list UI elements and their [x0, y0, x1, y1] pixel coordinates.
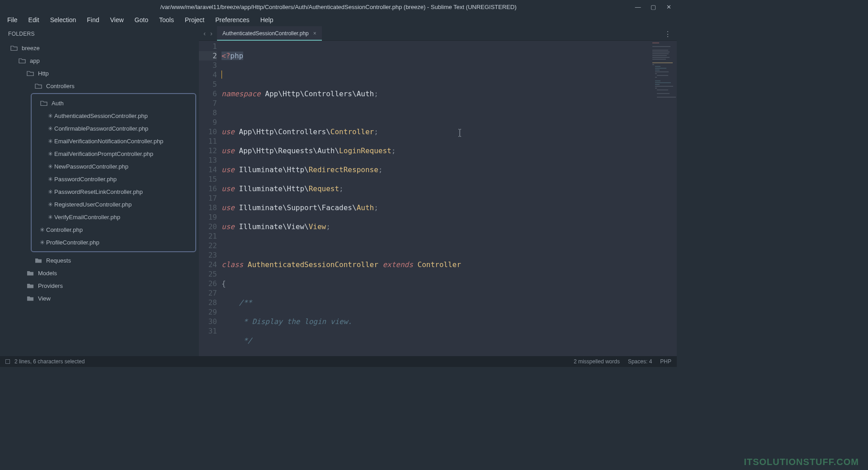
gutter: 1 2 3 4 5 6 7 8 9 10 11 12 13 14 15 16 1…	[199, 41, 222, 356]
tab-row: ‹ › AuthenticatedSessionController.php ×…	[199, 26, 677, 41]
tree-file[interactable]: ✳Controller.php	[32, 223, 195, 236]
sidebar-header: FOLDERS	[0, 26, 199, 42]
tree-folder-models[interactable]: Models	[0, 267, 199, 279]
dirty-icon: ✳	[48, 214, 52, 220]
status-spaces[interactable]: Spaces: 4	[628, 358, 652, 365]
status-spell[interactable]: 2 misspelled words	[574, 358, 620, 365]
folder-open-icon	[18, 57, 26, 64]
nav-back-icon[interactable]: ‹	[203, 29, 206, 37]
folder-icon	[26, 269, 34, 277]
menu-preferences[interactable]: Preferences	[210, 14, 255, 25]
titlebar: /var/www/me/laravel11/breeze/app/Http/Co…	[0, 0, 677, 14]
highlight-box: Auth ✳AuthenticatedSessionController.php…	[31, 93, 196, 252]
dirty-icon: ✳	[48, 113, 52, 119]
minimize-button[interactable]: —	[634, 3, 642, 10]
tree-file[interactable]: ✳PasswordResetLinkController.php	[32, 185, 195, 198]
dirty-icon: ✳	[40, 227, 44, 233]
tab-file[interactable]: AuthenticatedSessionController.php ×	[217, 26, 322, 41]
tree-file[interactable]: ✳ConfirmablePasswordController.php	[32, 122, 195, 135]
close-button[interactable]: ✕	[665, 3, 672, 10]
dirty-icon: ✳	[48, 151, 52, 157]
more-menu-icon[interactable]: ⋮	[664, 30, 671, 38]
maximize-button[interactable]: ▢	[650, 3, 657, 10]
menu-project[interactable]: Project	[179, 14, 210, 25]
tree-folder-http[interactable]: Http	[0, 67, 199, 80]
dirty-icon: ✳	[48, 189, 52, 195]
folder-open-icon	[26, 70, 34, 77]
folder-open-icon	[10, 44, 18, 52]
tab-close-icon[interactable]: ×	[313, 30, 316, 37]
menu-edit[interactable]: Edit	[23, 14, 45, 25]
dirty-icon: ✳	[48, 138, 52, 144]
status-lang[interactable]: PHP	[660, 358, 671, 365]
tree-folder-auth[interactable]: Auth	[32, 97, 195, 109]
folder-icon	[34, 257, 42, 264]
dirty-icon: ✳	[48, 202, 52, 207]
code-content[interactable]: <?php namespace App\Http\Controllers\Aut…	[222, 41, 677, 356]
tab-label: AuthenticatedSessionController.php	[222, 30, 309, 37]
dirty-icon: ✳	[48, 164, 52, 169]
folder-open-icon	[34, 82, 42, 89]
menu-goto[interactable]: Goto	[129, 14, 154, 25]
folder-icon	[26, 295, 34, 302]
tree-folder-view[interactable]: View	[0, 292, 199, 305]
tree-folder-providers[interactable]: Providers	[0, 279, 199, 292]
sidebar: FOLDERS breeze app Http Controllers	[0, 26, 199, 356]
tree-file[interactable]: ✳NewPasswordController.php	[32, 160, 195, 173]
menu-file[interactable]: File	[2, 14, 23, 25]
status-selection: 2 lines, 6 characters selected	[14, 358, 85, 365]
tree-file[interactable]: ✳EmailVerificationNotificationController…	[32, 135, 195, 147]
status-indicator-icon[interactable]	[5, 359, 10, 364]
tree-folder-app[interactable]: app	[0, 54, 199, 67]
statusbar: 2 lines, 6 characters selected 2 misspel…	[0, 356, 677, 367]
menu-find[interactable]: Find	[81, 14, 104, 25]
dirty-icon: ✳	[48, 126, 52, 132]
tree-file[interactable]: ✳RegisteredUserController.php	[32, 198, 195, 211]
folder-open-icon	[40, 99, 48, 107]
tab-nav: ‹ ›	[199, 29, 217, 37]
dirty-icon: ✳	[40, 240, 44, 245]
minimap[interactable]	[650, 41, 677, 356]
menubar: File Edit Selection Find View Goto Tools…	[0, 14, 677, 26]
nav-forward-icon[interactable]: ›	[210, 29, 212, 37]
menu-help[interactable]: Help	[255, 14, 279, 25]
dirty-icon: ✳	[48, 176, 52, 182]
editor-area: ‹ › AuthenticatedSessionController.php ×…	[199, 26, 677, 356]
tree-file[interactable]: ✳AuthenticatedSessionController.php	[32, 109, 195, 122]
tree-folder-breeze[interactable]: breeze	[0, 42, 199, 54]
tree-folder-requests[interactable]: Requests	[0, 254, 199, 267]
tree-file[interactable]: ✳PasswordController.php	[32, 173, 195, 185]
menu-tools[interactable]: Tools	[154, 14, 179, 25]
window-title: /var/www/me/laravel11/breeze/app/Http/Co…	[160, 4, 516, 10]
tree-file[interactable]: ✳ProfileController.php	[32, 236, 195, 249]
menu-selection[interactable]: Selection	[45, 14, 82, 25]
tree-file[interactable]: ✳EmailVerificationPromptController.php	[32, 147, 195, 160]
code-view[interactable]: 1 2 3 4 5 6 7 8 9 10 11 12 13 14 15 16 1…	[199, 41, 677, 356]
tree-folder-controllers[interactable]: Controllers	[0, 80, 199, 92]
folder-tree[interactable]: breeze app Http Controllers Auth ✳Authen…	[0, 42, 199, 356]
menu-view[interactable]: View	[105, 14, 129, 25]
window-controls: — ▢ ✕	[634, 3, 672, 10]
folder-icon	[26, 282, 34, 289]
tree-file[interactable]: ✳VerifyEmailController.php	[32, 211, 195, 223]
